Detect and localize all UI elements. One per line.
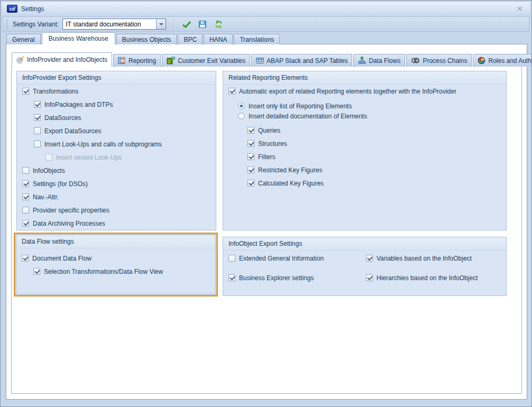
checkbox-row[interactable]: InfoObjects bbox=[17, 164, 216, 177]
checkbox-row[interactable]: InfoPackages and DTPs bbox=[17, 98, 216, 111]
subtab-customer-exit-variables[interactable]: x= v= Customer Exit Variables bbox=[162, 54, 250, 67]
checkbox-row[interactable]: Export DataSources bbox=[17, 124, 216, 137]
subtab-reporting[interactable]: Reporting bbox=[113, 54, 161, 67]
business-warehouse-page: InfoProvider and InfoObjects Reporting x… bbox=[6, 44, 527, 400]
checkbox[interactable] bbox=[247, 127, 254, 134]
checkbox-label: Document Data Flow bbox=[32, 255, 91, 262]
checkbox-row[interactable]: Hierarchies based on the InfoObject bbox=[366, 271, 478, 284]
checkbox-row[interactable]: Transformations bbox=[17, 85, 216, 98]
checkbox[interactable] bbox=[228, 255, 235, 262]
title-bar[interactable]: cd Settings ✕ bbox=[2, 2, 530, 15]
checkbox-row[interactable]: Settings (for DSOs) bbox=[17, 177, 216, 190]
toolbar-grip[interactable] bbox=[6, 20, 8, 29]
subtab-infoprovider-and-infoobjects[interactable]: InfoProvider and InfoObjects bbox=[12, 52, 112, 67]
checkbox-label: Extended General Information bbox=[239, 255, 324, 262]
checkbox[interactable] bbox=[34, 101, 41, 108]
checkbox-row[interactable]: Calculated Key Figures bbox=[223, 177, 506, 190]
checkbox-label: Queries bbox=[258, 127, 280, 134]
tab-label: BPC bbox=[184, 36, 197, 43]
tab-translations[interactable]: Translations bbox=[234, 34, 280, 44]
combobox-dropdown-button[interactable] bbox=[156, 19, 166, 29]
checkbox-label: Business Explorer settings bbox=[239, 274, 314, 282]
settings-variant-combobox[interactable]: IT standard documentation bbox=[62, 18, 166, 30]
checkbox-row[interactable]: Nav.-Attr. bbox=[17, 190, 216, 204]
window-title: Settings bbox=[21, 5, 44, 13]
chevron-down-icon bbox=[159, 23, 163, 25]
apply-check-icon bbox=[182, 20, 191, 29]
subtab-data-flows[interactable]: Data Flows bbox=[353, 54, 405, 67]
checkbox[interactable] bbox=[34, 127, 41, 134]
group-data-flow-settings: Data Flow settings Document Data Flow Se… bbox=[16, 235, 216, 294]
checkbox[interactable] bbox=[34, 114, 41, 121]
app-logo-icon: cd bbox=[7, 5, 17, 13]
settings-variant-label: Settings Variant: bbox=[13, 21, 59, 28]
checkbox-row[interactable]: Structures bbox=[223, 137, 506, 150]
checkbox[interactable] bbox=[34, 141, 41, 147]
checkbox[interactable] bbox=[22, 180, 29, 187]
subtab-process-chains[interactable]: Process Chains bbox=[406, 54, 472, 67]
checkbox-row[interactable]: Restricted Key Figures bbox=[223, 163, 506, 177]
subtab-label: ABAP Stack and SAP Tables bbox=[267, 57, 347, 64]
checkbox-row[interactable]: Selection Transformations/Data Flow View bbox=[16, 265, 215, 278]
close-icon[interactable]: ✕ bbox=[514, 4, 525, 14]
checkbox[interactable] bbox=[22, 220, 29, 227]
checkbox bbox=[45, 154, 52, 161]
checkbox[interactable] bbox=[22, 193, 29, 200]
radio-row[interactable]: Insert only list of Reporting Elements bbox=[223, 101, 506, 111]
checkbox-row[interactable]: Document Data Flow bbox=[16, 252, 215, 265]
checkbox-label: Hierarchies based on the InfoObject bbox=[377, 274, 478, 282]
checkbox[interactable] bbox=[228, 274, 235, 281]
checkbox[interactable] bbox=[366, 255, 373, 262]
settings-variant-value[interactable]: IT standard documentation bbox=[63, 19, 156, 29]
group-title: Related Reporting Elements bbox=[223, 71, 506, 85]
checkbox[interactable] bbox=[33, 268, 40, 275]
save-button[interactable] bbox=[196, 17, 209, 31]
checkbox[interactable] bbox=[247, 140, 254, 147]
sub-tab-strip: InfoProvider and InfoObjects Reporting x… bbox=[12, 52, 532, 67]
settings-dialog: cd Settings ✕ Settings Variant: IT stand… bbox=[0, 0, 532, 407]
subtab-label: Data Flows bbox=[369, 57, 400, 64]
radio-button[interactable] bbox=[238, 103, 245, 109]
checkbox-row[interactable]: Insert Look-Ups and calls of subprograms bbox=[17, 137, 216, 151]
checkbox-row[interactable]: Automatic export of related Reporting el… bbox=[223, 85, 506, 98]
subtab-abap-stack-and-sap-tables[interactable]: ABAP Stack and SAP Tables bbox=[251, 54, 352, 67]
checkbox-label: Selection Transformations/Data Flow View bbox=[44, 268, 163, 275]
tab-business-objects[interactable]: Business Objects bbox=[116, 34, 177, 44]
subtab-label: Process Chains bbox=[423, 57, 467, 64]
chain-links-icon bbox=[411, 57, 420, 64]
hierarchy-icon bbox=[358, 57, 366, 64]
checkbox[interactable] bbox=[247, 166, 254, 173]
checkbox-row[interactable]: Queries bbox=[223, 124, 506, 137]
checkbox-row[interactable]: Data Archiving Processes bbox=[17, 217, 216, 230]
checkbox[interactable] bbox=[22, 207, 29, 214]
target-pencil-icon bbox=[16, 56, 24, 64]
checkbox-label: Provider specific properties bbox=[33, 207, 109, 214]
checkbox[interactable] bbox=[366, 274, 373, 281]
checkbox-row[interactable]: DataSources bbox=[17, 111, 216, 124]
radio-button[interactable] bbox=[238, 113, 245, 119]
tab-general[interactable]: General bbox=[6, 34, 41, 44]
refresh-button[interactable] bbox=[212, 17, 225, 31]
checkbox-label: Export DataSources bbox=[44, 127, 101, 135]
checkbox[interactable] bbox=[247, 180, 254, 187]
checkbox[interactable] bbox=[247, 153, 254, 160]
toolbar: Settings Variant: IT standard documentat… bbox=[3, 16, 529, 32]
checkbox-row[interactable]: Provider specific properties bbox=[17, 204, 216, 217]
radio-row[interactable]: Insert detailed documentation of Element… bbox=[223, 111, 506, 121]
checkbox-row[interactable]: Variables based on the InfoObject bbox=[366, 252, 472, 265]
tab-hana[interactable]: HANA bbox=[204, 34, 233, 44]
checkbox-row[interactable]: Extended General Information bbox=[223, 252, 366, 265]
tab-business-warehouse[interactable]: Business Warehouse bbox=[42, 32, 115, 44]
checkbox-row[interactable]: Business Explorer settings bbox=[223, 271, 366, 284]
checkbox[interactable] bbox=[22, 255, 29, 262]
checkbox-label: Nav.-Attr. bbox=[33, 193, 59, 201]
group-infoobject-export-settings: InfoObject Export Settings Extended Gene… bbox=[223, 237, 507, 296]
checkbox-label: Data Archiving Processes bbox=[33, 220, 105, 227]
checkbox-row[interactable]: Filters bbox=[223, 150, 506, 163]
checkbox[interactable] bbox=[22, 88, 29, 95]
tab-bpc[interactable]: BPC bbox=[178, 34, 203, 44]
checkbox[interactable] bbox=[22, 167, 29, 174]
apply-button[interactable] bbox=[180, 17, 194, 31]
subtab-roles-and-authorizations[interactable]: Roles and Authorizations bbox=[473, 54, 532, 67]
checkbox[interactable] bbox=[228, 88, 235, 95]
